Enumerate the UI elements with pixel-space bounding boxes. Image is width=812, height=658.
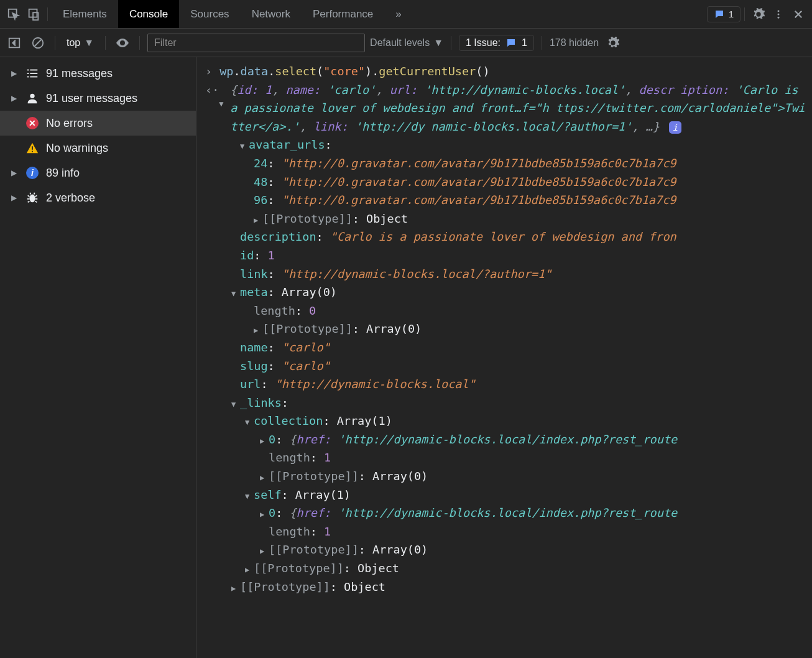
clear-console-icon[interactable] — [29, 34, 47, 52]
expand-toggle-icon[interactable]: ▼ — [231, 399, 240, 410]
devtools-tabbar: Elements Console Sources Network Perform… — [0, 0, 812, 29]
svg-point-5 — [778, 16, 780, 18]
prop-description[interactable]: description: "Carlo is a passionate love… — [196, 228, 812, 246]
prop-links[interactable]: ▼_links: — [196, 394, 812, 412]
input-arrow-icon: › — [205, 65, 212, 78]
prop-length[interactable]: length: 1 — [196, 448, 812, 467]
tab-performance[interactable]: Performance — [302, 0, 384, 28]
svg-point-4 — [778, 13, 780, 15]
expand-toggle-icon[interactable]: ▶ — [260, 545, 269, 557]
svg-point-14 — [30, 94, 34, 98]
prop-collection-0[interactable]: ▶0: {href: 'http://dynamic-blocks.local/… — [196, 430, 812, 449]
prop-id[interactable]: id: 1 — [196, 246, 812, 265]
svg-rect-12 — [27, 76, 29, 78]
expand-toggle-icon[interactable]: ▶ — [260, 472, 269, 484]
hidden-count[interactable]: 178 hidden — [550, 37, 599, 49]
prop-url[interactable]: url: "http://dynamic-blocks.local" — [196, 375, 812, 394]
prop-prototype[interactable]: ▶[[Prototype]]: Array(0) — [196, 320, 812, 338]
info-badge-icon[interactable]: i — [669, 121, 681, 134]
sidebar-item-warnings[interactable]: ▶ No warnings — [0, 136, 196, 160]
svg-rect-10 — [27, 73, 29, 74]
log-levels-selector[interactable]: Default levels ▼ — [370, 37, 443, 49]
settings-icon[interactable] — [749, 4, 768, 24]
issues-button[interactable]: 1 Issue: 1 — [459, 35, 534, 51]
prop-self-0[interactable]: ▶0: {href: 'http://dynamic-blocks.local/… — [196, 504, 812, 522]
svg-rect-15 — [32, 146, 33, 150]
prop-link[interactable]: link: "http://dynamic-blocks.local/?auth… — [196, 265, 812, 284]
expand-toggle-icon[interactable]: ▶ — [260, 435, 269, 447]
chevron-down-icon: ▼ — [433, 37, 443, 49]
prop-prototype[interactable]: ▶[[Prototype]]: Array(0) — [196, 467, 812, 486]
expand-toggle-icon[interactable]: ▶ — [231, 583, 240, 595]
console-sidebar: ▶ 91 messages ▶ 91 user messages ▶ ✕ No … — [0, 57, 196, 658]
prop-prototype[interactable]: ▶[[Prototype]]: Object — [196, 578, 812, 596]
console-output: ›wp.data.select("core").getCurrentUser()… — [196, 57, 812, 658]
prop-avatar-48[interactable]: 48: "http://0.gravatar.com/avatar/9b171b… — [196, 173, 812, 192]
prop-collection[interactable]: ▼collection: Array(1) — [196, 412, 812, 430]
context-selector[interactable]: top ▼ — [63, 37, 98, 49]
tab-sources[interactable]: Sources — [179, 0, 240, 28]
error-icon: ✕ — [25, 116, 40, 131]
console-command[interactable]: ›wp.data.select("core").getCurrentUser() — [196, 62, 812, 81]
sidebar-item-user-messages[interactable]: ▶ 91 user messages — [0, 86, 196, 111]
svg-rect-16 — [32, 151, 33, 152]
bug-icon — [25, 190, 40, 205]
list-icon — [25, 66, 40, 81]
live-expression-icon[interactable] — [113, 34, 132, 52]
expand-toggle-icon[interactable]: ▶ — [254, 215, 262, 226]
svg-point-17 — [29, 195, 35, 203]
issues-count: 1 — [729, 9, 734, 19]
expand-toggle-icon[interactable]: ▼ — [245, 491, 254, 503]
console-result-summary[interactable]: ‹· ▼ {id: 1, name: 'carlo', url: 'http:/… — [196, 81, 812, 136]
tab-console[interactable]: Console — [118, 0, 179, 28]
prop-length[interactable]: length: 1 — [196, 522, 812, 541]
prop-length[interactable]: length: 0 — [196, 302, 812, 320]
svg-rect-11 — [30, 73, 37, 74]
chevron-down-icon: ▼ — [84, 37, 94, 49]
warning-icon — [25, 141, 40, 155]
prop-avatar-urls[interactable]: ▼avatar_urls: — [196, 136, 812, 154]
kebab-menu-icon[interactable] — [768, 4, 788, 24]
select-element-icon[interactable] — [4, 4, 24, 24]
expand-toggle-icon[interactable]: ▼ — [240, 141, 249, 152]
sidebar-item-messages[interactable]: ▶ 91 messages — [0, 61, 196, 86]
sidebar-item-verbose[interactable]: ▶ 2 verbose — [0, 185, 196, 210]
sidebar-item-info[interactable]: ▶ i 89 info — [0, 160, 196, 185]
expand-toggle-icon[interactable]: ▶ — [260, 509, 269, 521]
expand-toggle-icon[interactable]: ▶ — [245, 564, 254, 576]
svg-rect-13 — [30, 76, 37, 78]
tab-network[interactable]: Network — [241, 0, 302, 28]
prop-slug[interactable]: slug: "carlo" — [196, 357, 812, 376]
issues-chip[interactable]: 1 — [707, 6, 740, 22]
prop-meta[interactable]: ▼meta: Array(0) — [196, 283, 812, 302]
tab-elements[interactable]: Elements — [52, 0, 118, 28]
expand-toggle-icon[interactable]: ▼ — [231, 288, 240, 300]
info-icon: i — [25, 165, 40, 180]
tab-overflow[interactable]: » — [384, 0, 412, 28]
close-icon[interactable] — [788, 4, 808, 24]
prop-prototype[interactable]: ▶[[Prototype]]: Object — [196, 210, 812, 228]
prop-name[interactable]: name: "carlo" — [196, 338, 812, 357]
svg-rect-8 — [27, 70, 29, 71]
prop-avatar-96[interactable]: 96: "http://0.gravatar.com/avatar/9b171b… — [196, 191, 812, 210]
svg-rect-9 — [30, 70, 37, 71]
svg-point-3 — [778, 10, 780, 12]
prop-avatar-24[interactable]: 24: "http://0.gravatar.com/avatar/9b171b… — [196, 154, 812, 173]
sidebar-toggle-icon[interactable] — [5, 34, 24, 52]
output-arrow-icon: ‹· — [205, 81, 219, 136]
filter-input[interactable] — [147, 34, 365, 52]
expand-toggle-icon[interactable]: ▼ — [219, 98, 228, 110]
expand-toggle-icon[interactable]: ▶ — [254, 325, 262, 336]
console-toolbar: top ▼ Default levels ▼ 1 Issue: 1 178 hi… — [0, 29, 812, 57]
prop-prototype[interactable]: ▶[[Prototype]]: Array(0) — [196, 540, 812, 559]
user-icon — [25, 91, 40, 106]
prop-prototype[interactable]: ▶[[Prototype]]: Object — [196, 559, 812, 578]
console-settings-icon[interactable] — [604, 34, 622, 52]
expand-toggle-icon[interactable]: ▼ — [245, 417, 254, 429]
prop-self[interactable]: ▼self: Array(1) — [196, 486, 812, 504]
device-toolbar-icon[interactable] — [24, 4, 44, 24]
sidebar-item-errors[interactable]: ▶ ✕ No errors — [0, 111, 196, 136]
